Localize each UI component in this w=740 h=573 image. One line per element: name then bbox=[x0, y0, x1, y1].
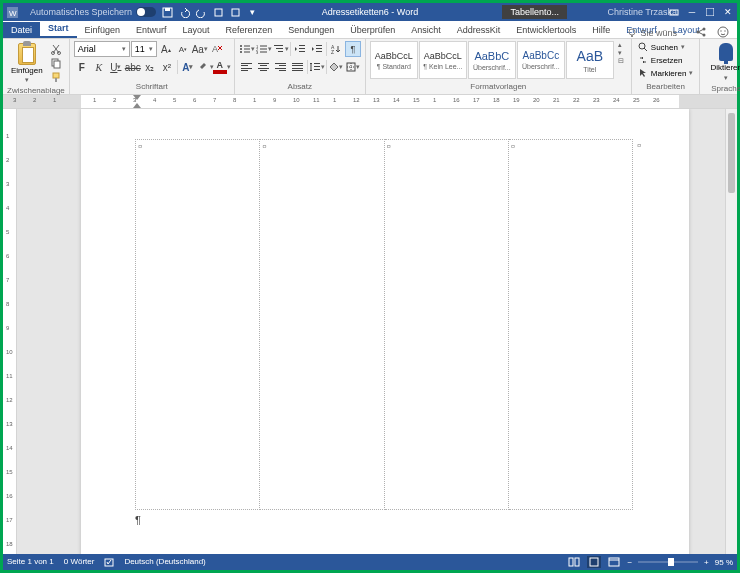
redo-icon[interactable] bbox=[196, 7, 207, 18]
grow-font-icon[interactable]: A▴ bbox=[158, 41, 174, 57]
scrollbar-thumb[interactable] bbox=[728, 113, 735, 193]
tab-review[interactable]: Überprüfen bbox=[342, 22, 403, 38]
tab-start[interactable]: Start bbox=[40, 20, 77, 38]
group-label-voice: Sprache bbox=[704, 84, 740, 94]
tab-file[interactable]: Datei bbox=[3, 22, 40, 38]
shrink-font-icon[interactable]: A▾ bbox=[175, 41, 191, 57]
align-left-icon[interactable] bbox=[239, 59, 255, 75]
styles-gallery-more[interactable]: ▴▾⊟ bbox=[615, 41, 627, 65]
line-spacing-icon[interactable]: ▾ bbox=[309, 59, 325, 75]
dictate-button[interactable]: Diktieren ▾ bbox=[704, 41, 740, 84]
style-title[interactable]: AaBTitel bbox=[566, 41, 614, 79]
tab-mailings[interactable]: Sendungen bbox=[280, 22, 342, 38]
bold-button[interactable]: F bbox=[74, 59, 90, 75]
style-heading2[interactable]: AaBbCcÜberschrif... bbox=[517, 41, 565, 79]
increase-indent-icon[interactable] bbox=[309, 41, 325, 57]
qat-btn-1-icon[interactable] bbox=[213, 7, 224, 18]
clear-formatting-icon[interactable]: A bbox=[209, 41, 225, 57]
tab-help[interactable]: Hilfe bbox=[584, 22, 618, 38]
label-cell[interactable]: ¤ bbox=[508, 140, 632, 510]
quick-access-toolbar: W Automatisches Speichern ▾ bbox=[3, 7, 258, 18]
ribbon-display-icon[interactable] bbox=[665, 3, 683, 21]
show-hide-marks-icon[interactable]: ¶ bbox=[345, 41, 361, 57]
tab-view[interactable]: Ansicht bbox=[403, 22, 449, 38]
label-table[interactable]: ¤ ¤ ¤ ¤ bbox=[135, 139, 633, 510]
svg-rect-47 bbox=[314, 66, 320, 67]
tab-design[interactable]: Entwurf bbox=[128, 22, 175, 38]
style-standard[interactable]: AaBbCcL¶ Standard bbox=[370, 41, 418, 79]
web-layout-icon[interactable] bbox=[607, 556, 621, 568]
microphone-icon bbox=[719, 43, 733, 61]
zoom-in-icon[interactable]: + bbox=[704, 558, 709, 567]
decrease-indent-icon[interactable] bbox=[292, 41, 308, 57]
multilevel-list-icon[interactable]: ▾ bbox=[273, 41, 289, 57]
font-name-combo[interactable]: Arial▾ bbox=[74, 41, 130, 57]
autosave-toggle[interactable]: Automatisches Speichern bbox=[30, 7, 156, 17]
autosave-label: Automatisches Speichern bbox=[30, 7, 132, 17]
toggle-switch-icon[interactable] bbox=[136, 7, 156, 17]
shading-icon[interactable]: ▾ bbox=[328, 59, 344, 75]
document-scroll[interactable]: ¤ ¤ ¤ ¤ ¤ ¶ bbox=[17, 109, 737, 554]
status-words[interactable]: 0 Wörter bbox=[64, 557, 95, 567]
vertical-scrollbar[interactable] bbox=[725, 109, 737, 554]
tab-insert[interactable]: Einfügen bbox=[77, 22, 129, 38]
font-color-icon[interactable]: A▾ bbox=[214, 59, 230, 75]
zoom-slider[interactable] bbox=[638, 561, 698, 563]
feedback-icon[interactable] bbox=[717, 26, 729, 38]
format-painter-icon[interactable] bbox=[49, 71, 63, 83]
font-size-combo[interactable]: 11▾ bbox=[131, 41, 157, 57]
label-cell[interactable]: ¤ bbox=[260, 140, 384, 510]
sort-icon[interactable]: AZ bbox=[328, 41, 344, 57]
close-icon[interactable]: ✕ bbox=[719, 3, 737, 21]
change-case-icon[interactable]: Aa▾ bbox=[192, 41, 208, 57]
label-cell[interactable]: ¤ bbox=[384, 140, 508, 510]
read-mode-icon[interactable] bbox=[567, 556, 581, 568]
tab-references[interactable]: Referenzen bbox=[218, 22, 281, 38]
copy-icon[interactable] bbox=[49, 57, 63, 69]
style-no-spacing[interactable]: AaBbCcL¶ Kein Lee... bbox=[419, 41, 467, 79]
label-cell[interactable]: ¤ bbox=[136, 140, 260, 510]
document-page[interactable]: ¤ ¤ ¤ ¤ ¤ ¶ bbox=[81, 109, 689, 554]
borders-icon[interactable]: ▾ bbox=[345, 59, 361, 75]
italic-button[interactable]: K bbox=[91, 59, 107, 75]
tab-developer[interactable]: Entwicklertools bbox=[508, 22, 584, 38]
svg-rect-38 bbox=[299, 45, 305, 46]
qat-btn-2-icon[interactable] bbox=[230, 7, 241, 18]
paste-button[interactable]: Einfügen ▾ bbox=[7, 41, 47, 86]
undo-icon[interactable] bbox=[179, 7, 190, 18]
save-icon[interactable] bbox=[162, 7, 173, 18]
document-area: 123456789101112131415161718 ¤ ¤ ¤ ¤ ¤ ¶ bbox=[3, 109, 737, 554]
subscript-button[interactable]: x₂ bbox=[142, 59, 158, 75]
align-right-icon[interactable] bbox=[273, 59, 289, 75]
status-language[interactable]: Deutsch (Deutschland) bbox=[124, 557, 205, 567]
share-icon[interactable] bbox=[695, 26, 707, 38]
print-layout-icon[interactable] bbox=[587, 556, 601, 568]
replace-button[interactable]: Ersetzen bbox=[636, 54, 696, 66]
svg-rect-48 bbox=[314, 69, 320, 70]
bullets-icon[interactable]: ▾ bbox=[239, 41, 255, 57]
status-page[interactable]: Seite 1 von 1 bbox=[7, 557, 54, 567]
cut-icon[interactable] bbox=[49, 43, 63, 55]
superscript-button[interactable]: x² bbox=[159, 59, 175, 75]
zoom-level[interactable]: 95 % bbox=[715, 558, 733, 567]
numbering-icon[interactable]: 123▾ bbox=[256, 41, 272, 57]
vertical-ruler[interactable]: 123456789101112131415161718 bbox=[3, 109, 17, 554]
qat-dropdown-icon[interactable]: ▾ bbox=[247, 7, 258, 18]
find-button[interactable]: Suchen▾ bbox=[636, 41, 696, 53]
text-effects-icon[interactable]: A▾ bbox=[180, 59, 196, 75]
zoom-out-icon[interactable]: − bbox=[627, 558, 632, 567]
select-button[interactable]: Markieren▾ bbox=[636, 67, 696, 79]
underline-button[interactable]: U▾ bbox=[108, 59, 124, 75]
align-center-icon[interactable] bbox=[256, 59, 272, 75]
style-heading1[interactable]: AaBbCÜberschrif... bbox=[468, 41, 516, 79]
tab-addresskit[interactable]: AddressKit bbox=[449, 22, 509, 38]
status-proofing-icon[interactable] bbox=[104, 557, 114, 567]
tab-layout[interactable]: Layout bbox=[175, 22, 218, 38]
justify-icon[interactable] bbox=[290, 59, 306, 75]
tell-me-search[interactable]: Sie wüns bbox=[627, 28, 677, 38]
minimize-icon[interactable]: ─ bbox=[683, 3, 701, 21]
strikethrough-button[interactable]: abc bbox=[125, 59, 141, 75]
horizontal-ruler[interactable]: 3211234567819101111213141511617181920212… bbox=[3, 95, 737, 109]
maximize-icon[interactable] bbox=[701, 3, 719, 21]
highlight-color-icon[interactable]: ▾ bbox=[197, 59, 213, 75]
